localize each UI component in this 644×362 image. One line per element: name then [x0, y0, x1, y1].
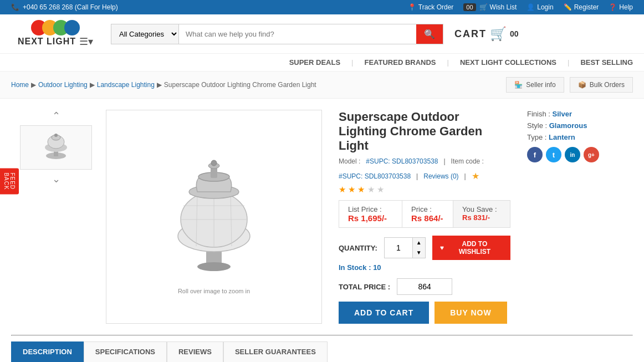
phone-number: +040 65 268 268 (Call For Help) [23, 3, 118, 11]
star-3: ★ [357, 185, 365, 194]
style-row: Style : Glamorous [527, 121, 627, 130]
finish-value[interactable]: Silver [553, 110, 572, 118]
search-button[interactable]: 🔍 [416, 24, 443, 44]
nav-collections[interactable]: NEXT LIGHT COLLECTIONS [460, 58, 556, 67]
qty-input-wrap: ▲ ▼ [384, 237, 426, 258]
star-2: ★ [348, 185, 355, 194]
category-select[interactable]: All Categories [111, 24, 179, 44]
qty-down-button[interactable]: ▼ [413, 248, 425, 258]
qty-label: QUANTITY: [339, 244, 377, 252]
search-input[interactable] [179, 24, 416, 44]
star-5: ★ [377, 185, 384, 194]
stock-count: 10 [373, 263, 381, 272]
main-image-area: Roll over image to zoom in [106, 110, 322, 324]
breadcrumb-bar: Home ▶ Outdoor Lighting ▶ Landscape Ligh… [0, 72, 644, 99]
svg-point-5 [54, 134, 58, 137]
total-row: TOTAL PRICE : [339, 278, 510, 295]
logo-menu-icon: ☰▾ [79, 35, 93, 48]
product-info: Superscape Outdoor Lighting Chrome Garde… [333, 110, 516, 324]
style-value[interactable]: Glamorous [549, 121, 587, 130]
register-link[interactable]: ✏️ Register [564, 3, 599, 11]
seller-info-button[interactable]: 🏪 Seller info [506, 77, 564, 93]
breadcrumb-home[interactable]: Home [11, 81, 29, 89]
cart-label: CART [454, 28, 487, 40]
buy-now-button[interactable]: BUY NOW [435, 302, 507, 324]
linkedin-share-button[interactable]: in [565, 147, 580, 162]
add-to-cart-button[interactable]: ADD TO CART [339, 302, 429, 324]
cart-area[interactable]: CART 🛒 00 [454, 26, 519, 42]
feedback-button[interactable]: FEEDBACK [0, 168, 19, 194]
top-bar: 📞 +040 65 268 268 (Call For Help) 📍 Trac… [0, 0, 644, 14]
nav-best-selling[interactable]: BEST SELLING [580, 58, 633, 67]
price-value: Rs 864/- [411, 213, 443, 223]
list-price-value: Rs 1,695/- [348, 213, 387, 223]
wishlist-icon: 🛒 [479, 3, 488, 11]
main-lamp-svg [136, 139, 292, 283]
phone-area: 📞 +040 65 268 268 (Call For Help) [11, 3, 118, 11]
product-thumbnail[interactable] [20, 125, 92, 170]
main-image-placeholder [120, 139, 308, 283]
help-link[interactable]: ❓ Help [609, 3, 633, 11]
tabs-bar: DESCRIPTION SPECIFICATIONS REVIEWS SELLE… [0, 341, 644, 362]
total-price-input [397, 278, 452, 295]
login-icon: 👤 [527, 3, 535, 11]
track-icon: 📍 [408, 3, 416, 11]
svg-point-7 [197, 262, 231, 271]
thumb-nav-down[interactable]: ⌄ [52, 173, 60, 185]
qty-up-button[interactable]: ▲ [413, 238, 425, 248]
logo-text: NEXT LIGHT [18, 37, 76, 47]
track-order-link[interactable]: 📍 Track Order [408, 3, 454, 11]
model-link[interactable]: #SUPC: SDL803703538 [366, 157, 438, 165]
product-title: Superscape Outdoor Lighting Chrome Garde… [339, 110, 510, 153]
add-wishlist-button[interactable]: ♥ ADD TO WISHLIST [432, 236, 510, 260]
tab-reviews[interactable]: REVIEWS [167, 341, 223, 362]
phone-icon: 📞 [11, 3, 19, 11]
header: NEXT LIGHT ☰▾ All Categories 🔍 CART 🛒 00 [0, 14, 644, 54]
breadcrumb-outdoor[interactable]: Outdoor Lighting [38, 81, 88, 89]
search-bar: All Categories 🔍 [111, 24, 443, 44]
star-rating: ★ ★ ★ ★ ★ [339, 185, 510, 195]
total-label: TOTAL PRICE : [339, 283, 390, 291]
twitter-share-button[interactable]: t [546, 147, 561, 162]
breadcrumb-product: Superscape Outdoor Lighting Chrome Garde… [164, 81, 316, 89]
login-link[interactable]: 👤 Login [527, 3, 553, 11]
qty-input[interactable] [385, 240, 412, 256]
thumbnail-column: ⌃ ⌄ [17, 110, 95, 324]
wishlist-link[interactable]: 00 🛒 Wish List [463, 3, 517, 11]
tab-seller-guarantees[interactable]: SELLER GUARANTEES [223, 341, 328, 362]
breadcrumb-actions: 🏪 Seller info 📦 Bulk Orders [506, 77, 633, 93]
facebook-share-button[interactable]: f [527, 147, 543, 162]
bookmark-icon[interactable]: ★ [472, 171, 479, 181]
bulk-orders-button[interactable]: 📦 Bulk Orders [570, 77, 633, 93]
logo-circles [31, 20, 80, 35]
thumb-lamp-svg [34, 131, 78, 164]
breadcrumb-landscape[interactable]: Landscape Lighting [97, 81, 155, 89]
social-icons: f t in g+ [527, 147, 627, 162]
type-value[interactable]: Lantern [549, 133, 575, 141]
cart-count: 00 [510, 29, 519, 38]
tab-specifications[interactable]: SPECIFICATIONS [84, 341, 167, 362]
tab-description[interactable]: DESCRIPTION [11, 341, 84, 362]
zoom-hint: Roll over image to zoom in [178, 288, 250, 294]
wishlist-badge: 00 [463, 3, 476, 11]
google-share-button[interactable]: g+ [584, 147, 599, 162]
top-bar-right: 📍 Track Order 00 🛒 Wish List 👤 Login ✏️ … [408, 3, 633, 11]
qty-buttons: ▲ ▼ [412, 238, 425, 258]
breadcrumb: Home ▶ Outdoor Lighting ▶ Landscape Ligh… [11, 81, 316, 89]
logo-circle-blue [64, 20, 80, 35]
nav-featured-brands[interactable]: FEATURED BRANDS [364, 58, 436, 67]
save-box: You Save : Rs 831/- [453, 200, 510, 228]
product-area: ⌃ ⌄ [6, 99, 638, 335]
star-4: ★ [367, 185, 375, 194]
quantity-row: QUANTITY: ▲ ▼ ♥ ADD TO WISHLIST [339, 236, 510, 260]
cart-icon: 🛒 [490, 26, 507, 42]
register-icon: ✏️ [564, 3, 572, 11]
list-price-box: List Price : Rs 1,695/- [339, 200, 402, 228]
heart-icon: ♥ [440, 244, 444, 252]
sidebar-info: Finish : Silver Style : Glamorous Type :… [527, 110, 627, 324]
item-code-link[interactable]: #SUPC: SDL803703538 [339, 172, 411, 180]
reviews-link[interactable]: Reviews (0) [423, 172, 458, 180]
save-value: Rs 831/- [462, 213, 490, 222]
nav-super-deals[interactable]: SUPER DEALS [289, 58, 340, 67]
thumb-nav-up[interactable]: ⌃ [52, 110, 60, 122]
